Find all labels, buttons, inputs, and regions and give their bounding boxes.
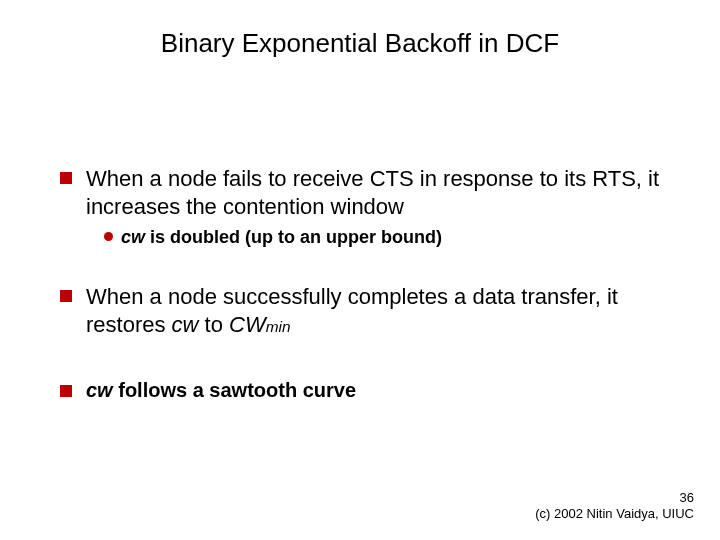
cw-term: cw: [172, 312, 199, 337]
bullet-2-text: When a node successfully completes a dat…: [86, 283, 680, 338]
slide: Binary Exponential Backoff in DCF When a…: [0, 0, 720, 540]
cwmin-base: CW: [229, 312, 266, 337]
bullet-3-text: cw follows a sawtooth curve: [86, 378, 356, 403]
cw-term: cw: [86, 379, 113, 401]
slide-footer: 36 (c) 2002 Nitin Vaidya, UIUC: [535, 490, 694, 523]
bullet-1-text: When a node fails to receive CTS in resp…: [86, 165, 680, 220]
square-bullet-icon: [60, 172, 72, 184]
cwmin-term: CWmin: [229, 312, 290, 337]
bullet-2: When a node successfully completes a dat…: [60, 283, 680, 338]
square-bullet-icon: [60, 385, 72, 397]
bullet-1-sub-text: cw is doubled (up to an upper bound): [121, 226, 442, 249]
bullet-2-pre: When a node successfully completes a dat…: [86, 284, 618, 337]
bullet-1-sub: cw is doubled (up to an upper bound): [104, 226, 680, 249]
slide-title: Binary Exponential Backoff in DCF: [0, 28, 720, 59]
bullet-1: When a node fails to receive CTS in resp…: [60, 165, 680, 220]
dot-bullet-icon: [104, 232, 113, 241]
bullet-3: cw follows a sawtooth curve: [60, 378, 680, 403]
bullet-3-rest: follows a sawtooth curve: [113, 379, 356, 401]
slide-body: When a node fails to receive CTS in resp…: [60, 165, 680, 409]
bullet-1-sub-rest: is doubled (up to an upper bound): [145, 227, 442, 247]
page-number: 36: [535, 490, 694, 506]
copyright: (c) 2002 Nitin Vaidya, UIUC: [535, 506, 694, 522]
bullet-2-mid: to: [198, 312, 229, 337]
cw-term: cw: [121, 227, 145, 247]
cwmin-sub: min: [266, 318, 291, 335]
square-bullet-icon: [60, 290, 72, 302]
